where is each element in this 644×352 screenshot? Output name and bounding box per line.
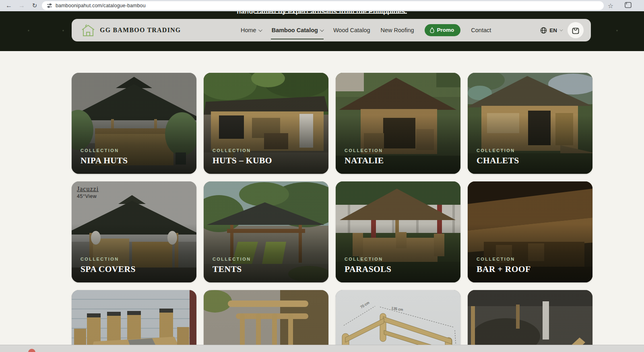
brand-name: GG BAMBOO TRADING <box>100 27 181 34</box>
card-title: SPA COVERS <box>80 264 136 274</box>
collection-card-bar-roof[interactable]: COLLECTION BAR + ROOF <box>468 181 592 282</box>
card-gradient-overlay <box>204 290 328 352</box>
browser-forward-button[interactable]: → <box>16 0 27 11</box>
collection-card-parasols[interactable]: COLLECTION PARASOLS <box>336 181 460 282</box>
house-logo-icon <box>80 23 96 37</box>
bookmark-star-icon[interactable]: ☆ <box>605 0 616 11</box>
hero-underline <box>255 13 407 14</box>
flame-icon <box>430 27 434 33</box>
site-header-band: handcrafted by expert artisans from the … <box>0 11 644 51</box>
card-eyebrow: COLLECTION <box>477 257 531 261</box>
browser-back-button[interactable]: ← <box>3 0 14 11</box>
card-title: NATALIE <box>345 156 384 166</box>
card-title: CHALETS <box>477 156 519 166</box>
collection-card-dimension-sketch[interactable]: 70 cm 135 cm <box>336 290 460 352</box>
card-eyebrow: COLLECTION <box>477 148 519 153</box>
site-header: GG BAMBOO TRADING Home Bamboo Catalog Wo… <box>72 19 591 41</box>
jacuzzi-label: Jacuzzi <box>77 185 99 193</box>
card-gradient-overlay <box>468 290 592 352</box>
chevron-down-icon <box>320 28 324 32</box>
card-label: COLLECTION SPA COVERS <box>80 257 136 274</box>
site-settings-icon[interactable] <box>47 3 52 8</box>
card-label: COLLECTION NIPA HUTS <box>80 148 128 166</box>
card-label: COLLECTION NATALIE <box>345 148 384 166</box>
browser-toolbar: ← → ↻ bamboonipahut.com/catalogue-bambou… <box>0 0 644 11</box>
card-label: COLLECTION BAR + ROOF <box>477 257 531 274</box>
card-eyebrow: COLLECTION <box>213 148 272 153</box>
cart-button[interactable] <box>568 22 584 38</box>
card-label: COLLECTION CHALETS <box>477 148 519 166</box>
address-bar[interactable]: bamboonipahut.com/catalogue-bambou <box>42 1 604 10</box>
card-title: TENTS <box>213 264 251 274</box>
collection-card-dining-set[interactable] <box>72 290 196 352</box>
nav-home[interactable]: Home <box>241 27 261 33</box>
collection-card-nipa-huts[interactable]: COLLECTION NIPA HUTS <box>72 73 196 174</box>
language-code: EN <box>549 27 557 33</box>
card-gradient-overlay <box>72 290 196 352</box>
nav-new-roofing[interactable]: New Roofing <box>381 27 414 33</box>
promo-button[interactable]: Promo <box>425 24 461 36</box>
card-title: PARASOLS <box>345 264 391 274</box>
card-label: COLLECTION TENTS <box>213 257 251 274</box>
collection-card-chalets[interactable]: COLLECTION CHALETS <box>468 73 592 174</box>
collection-card-bamboo-frames[interactable] <box>204 290 328 352</box>
card-title: HUTS – KUBO <box>213 156 272 166</box>
nav-bamboo-catalog[interactable]: Bamboo Catalog <box>272 27 323 33</box>
card-eyebrow: COLLECTION <box>80 257 136 261</box>
main-navigation: Home Bamboo Catalog Wood Catalog New Roo… <box>241 19 491 41</box>
nav-contact[interactable]: Contact <box>471 27 491 33</box>
card-title: BAR + ROOF <box>477 264 531 274</box>
collection-card-spa-covers[interactable]: Jacuzzi 45°View COLLECTION SPA COVERS <box>72 181 196 282</box>
card-eyebrow: COLLECTION <box>213 257 251 261</box>
url-text: bamboonipahut.com/catalogue-bambou <box>56 3 146 8</box>
brand-logo[interactable]: GG BAMBOO TRADING <box>80 19 181 41</box>
globe-icon <box>540 27 547 34</box>
collection-card-huts-kubo[interactable]: COLLECTION HUTS – KUBO <box>204 73 328 174</box>
taskbar-red-logo <box>28 349 35 352</box>
side-panel-icon[interactable] <box>625 2 632 10</box>
chevron-down-icon <box>559 28 563 31</box>
bottom-taskbar-edge <box>0 345 644 352</box>
card-eyebrow: COLLECTION <box>345 148 384 153</box>
browser-reload-button[interactable]: ↻ <box>29 0 40 11</box>
view-angle-label: 45°View <box>77 193 99 199</box>
card-label: COLLECTION HUTS – KUBO <box>213 148 272 166</box>
collections-grid: COLLECTION NIPA HUTS COLLECTION HUTS – K… <box>72 73 572 352</box>
card-eyebrow: COLLECTION <box>80 148 128 153</box>
nav-wood-catalog[interactable]: Wood Catalog <box>333 27 370 33</box>
collection-card-natalie[interactable]: COLLECTION NATALIE <box>336 73 460 174</box>
card-title: NIPA HUTS <box>80 156 128 166</box>
card-label: COLLECTION PARASOLS <box>345 257 391 274</box>
jacuzzi-annotation: Jacuzzi 45°View <box>77 185 99 199</box>
chevron-down-icon <box>258 28 262 32</box>
header-right: EN <box>540 19 584 41</box>
card-gradient-overlay <box>336 290 460 352</box>
shopping-bag-icon <box>572 26 580 35</box>
collection-card-tents[interactable]: COLLECTION TENTS <box>204 181 328 282</box>
collection-card-bamboo-lounger[interactable] <box>468 290 592 352</box>
language-selector[interactable]: EN <box>540 27 562 34</box>
card-eyebrow: COLLECTION <box>345 257 391 261</box>
